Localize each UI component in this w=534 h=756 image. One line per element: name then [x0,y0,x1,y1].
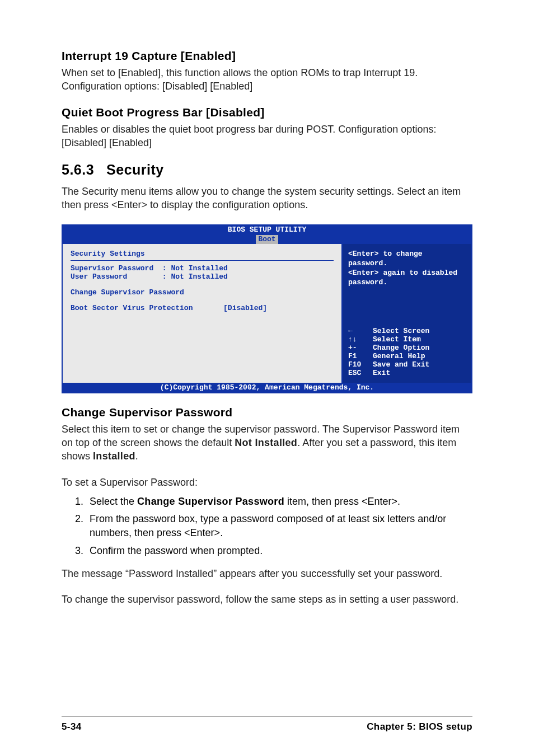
bios-key-row: F10Save and Exit [348,360,466,369]
body-changesup-p3: The message “Password Installed” appears… [62,567,472,580]
bios-help-text: <Enter> to change password. <Enter> agai… [348,250,466,288]
arrow-updown-icon: ↑↓ [348,335,366,344]
step-3: Confirm the password when prompted. [86,544,472,558]
body-security-intro: The Security menu items allow you to cha… [62,185,472,212]
text-fragment: . [135,450,138,462]
step-2: From the password box, type a password c… [86,512,472,540]
bios-titlebar: BIOS SETUP UTILITY Boot [62,224,472,245]
bios-right-pane: <Enter> to change password. <Enter> agai… [343,244,471,383]
bios-security-settings-heading: Security Settings [71,250,334,258]
page-footer: 5-34 Chapter 5: BIOS setup [62,716,472,732]
bios-key-row: ↑↓Select Item [348,335,466,344]
bios-key-row: F1General Help [348,352,466,360]
bios-key-label: Select Screen [373,327,429,335]
section-title: Security [106,162,164,177]
bios-key-label: Save and Exit [373,360,429,369]
section-number: 5.6.3 [62,162,94,178]
bios-divider [71,260,334,261]
bios-key-label: Select Item [373,335,421,344]
bios-key-label: General Help [373,352,425,360]
bios-screenshot: BIOS SETUP UTILITY Boot Security Setting… [62,224,472,393]
body-changesup-p1: Select this item to set or change the su… [62,422,472,463]
body-interrupt19: When set to [Enabled], this function all… [62,66,472,93]
arrow-left-icon: ← [348,327,366,335]
bios-tab-boot: Boot [256,235,278,244]
text-installed: Installed [93,450,135,462]
f1-key-icon: F1 [348,352,366,360]
heading-quietboot: Quiet Boot Progress Bar [Disabled] [62,106,472,119]
esc-key-icon: ESC [348,369,366,377]
steps-list: Select the Change Supervisor Password it… [62,495,472,558]
bios-row-user-password: User Password : Not Installed [71,273,334,281]
bios-left-pane: Security Settings Supervisor Password : … [63,244,343,383]
heading-change-supervisor-password: Change Supervisor Password [62,406,472,419]
f10-key-icon: F10 [348,360,366,369]
document-page: Interrupt 19 Capture [Enabled] When set … [0,0,534,756]
body-quietboot: Enables or disables the quiet boot progr… [62,123,472,150]
step-1: Select the Change Supervisor Password it… [86,495,472,509]
bios-body: Security Settings Supervisor Password : … [62,244,472,383]
body-changesup-p2: To set a Supervisor Password: [62,476,472,489]
bios-title: BIOS SETUP UTILITY [62,226,472,234]
bios-key-row: ←Select Screen [348,327,466,335]
plus-minus-icon: +- [348,344,366,352]
bios-row-spacer [71,297,334,304]
bios-key-row: ESCExit [348,369,466,377]
bios-row-change-supervisor-password: Change Supervisor Password [71,288,334,297]
chapter-label: Chapter 5: BIOS setup [367,721,472,732]
bios-row-boot-sector-virus-protection: Boot Sector Virus Protection [Disabled] [71,304,334,312]
bios-key-label: Change Option [373,344,429,352]
heading-interrupt19: Interrupt 19 Capture [Enabled] [62,49,472,63]
heading-security-section: 5.6.3Security [62,162,472,178]
bios-row-spacer [71,281,334,288]
bios-row-supervisor-password: Supervisor Password : Not Installed [71,264,334,273]
text-not-installed: Not Installed [235,437,297,448]
bios-key-label: Exit [373,369,390,377]
bios-key-row: +-Change Option [348,344,466,352]
bios-key-legend: ←Select Screen ↑↓Select Item +-Change Op… [348,327,466,377]
text-fragment: Select the [90,496,137,507]
page-number: 5-34 [62,721,82,732]
bios-copyright-footer: (C)Copyright 1985-2002, American Megatre… [62,383,472,393]
body-changesup-p4: To change the supervisor password, follo… [62,593,472,606]
text-fragment: item, then press <Enter>. [284,496,400,507]
text-change-supervisor-password: Change Supervisor Password [137,496,284,507]
